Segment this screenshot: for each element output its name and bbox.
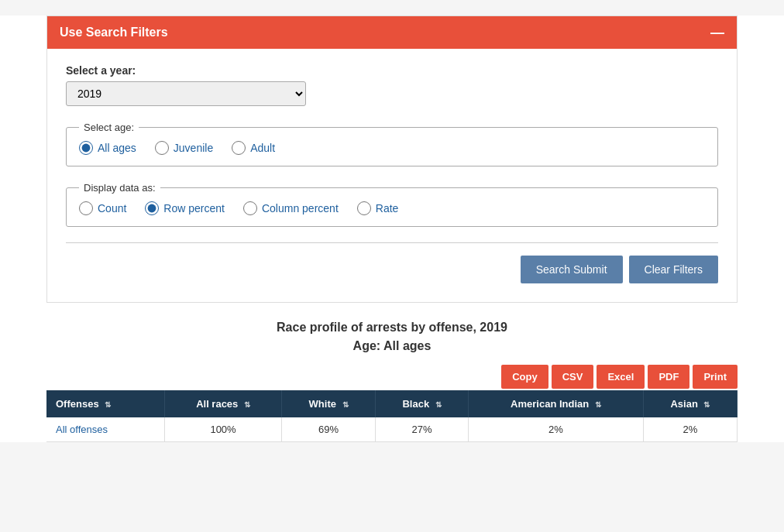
filter-header-title: Use Search Filters [60,26,168,39]
results-title: Race profile of arrests by offense, 2019… [46,318,738,355]
excel-button[interactable]: Excel [597,365,645,389]
table-row: All offenses 100% 69% 27% 2% 2% [46,417,738,442]
age-radio-group: All ages Juvenile Adult [79,141,705,155]
age-legend: Select age: [79,122,139,133]
col-offenses: Offenses ⇅ [46,390,165,417]
col-black: Black ⇅ [376,390,469,417]
cell-offense[interactable]: All offenses [46,417,165,442]
cell-american-indian: 2% [469,417,644,442]
age-label-all-ages[interactable]: All ages [98,142,136,154]
col-american-indian: American Indian ⇅ [469,390,644,417]
age-option-adult[interactable]: Adult [232,141,275,155]
table-body: All offenses 100% 69% 27% 2% 2% [46,417,738,442]
display-label-count[interactable]: Count [98,202,126,215]
display-radio-row-percent[interactable] [145,201,159,215]
display-option-column-percent[interactable]: Column percent [243,201,339,215]
cell-asian: 2% [643,417,737,442]
cell-all-races: 100% [165,417,282,442]
display-radio-rate[interactable] [357,201,371,215]
filter-panel: Use Search Filters — Select a year: 2019… [46,15,738,303]
display-section: Display data as: Count Row percent Colum… [66,182,718,227]
data-table: Offenses ⇅ All races ⇅ White ⇅ Black ⇅ A… [46,390,738,442]
display-label-rate[interactable]: Rate [376,202,399,215]
clear-filters-button[interactable]: Clear Filters [629,256,718,283]
col-all-races: All races ⇅ [165,390,282,417]
filter-body: Select a year: 2019 2018 2017 2016 2015 … [47,49,737,302]
year-select[interactable]: 2019 2018 2017 2016 2015 [66,81,306,106]
sort-icon-white[interactable]: ⇅ [342,400,349,409]
cell-black: 27% [376,417,469,442]
display-label-row-percent[interactable]: Row percent [163,202,225,215]
export-buttons: Copy CSV Excel PDF Print [46,365,738,389]
sort-icon-american-indian[interactable]: ⇅ [595,400,601,409]
age-radio-juvenile[interactable] [155,141,169,155]
sort-icon-black[interactable]: ⇅ [435,400,442,409]
filter-actions: Search Submit Clear Filters [66,256,718,287]
display-label-column-percent[interactable]: Column percent [262,202,339,215]
display-radio-group: Count Row percent Column percent Rate [79,201,705,215]
display-radio-count[interactable] [79,201,93,215]
sort-icon-offenses[interactable]: ⇅ [105,400,111,409]
age-option-all-ages[interactable]: All ages [79,141,136,155]
filter-header: Use Search Filters — [47,16,737,49]
display-radio-column-percent[interactable] [243,201,257,215]
copy-button[interactable]: Copy [501,365,548,389]
age-radio-all-ages[interactable] [79,141,93,155]
csv-button[interactable]: CSV [552,365,594,389]
display-legend: Display data as: [79,182,160,194]
col-white: White ⇅ [282,390,376,417]
age-option-juvenile[interactable]: Juvenile [155,141,213,155]
year-section: Select a year: 2019 2018 2017 2016 2015 [66,64,718,106]
minimize-icon[interactable]: — [710,26,724,39]
sort-icon-asian[interactable]: ⇅ [703,400,710,409]
pdf-button[interactable]: PDF [648,365,689,389]
age-radio-adult[interactable] [232,141,246,155]
col-asian: Asian ⇅ [643,390,737,417]
cell-white: 69% [282,417,376,442]
print-button[interactable]: Print [693,365,738,389]
sort-icon-all-races[interactable]: ⇅ [244,400,250,409]
results-title-line1: Race profile of arrests by offense, 2019 [46,318,738,337]
results-title-line2: Age: All ages [46,337,738,355]
results-section: Race profile of arrests by offense, 2019… [46,318,738,442]
year-label: Select a year: [66,64,718,77]
display-option-count[interactable]: Count [79,201,126,215]
age-label-juvenile[interactable]: Juvenile [174,142,213,154]
table-header: Offenses ⇅ All races ⇅ White ⇅ Black ⇅ A… [46,390,738,417]
age-section: Select age: All ages Juvenile Adult [66,122,718,166]
search-submit-button[interactable]: Search Submit [521,256,623,283]
filter-divider [66,242,718,243]
display-option-rate[interactable]: Rate [357,201,399,215]
age-label-adult[interactable]: Adult [250,142,275,154]
table-header-row: Offenses ⇅ All races ⇅ White ⇅ Black ⇅ A… [46,390,738,417]
page-wrapper: Use Search Filters — Select a year: 2019… [0,15,784,442]
display-option-row-percent[interactable]: Row percent [145,201,225,215]
